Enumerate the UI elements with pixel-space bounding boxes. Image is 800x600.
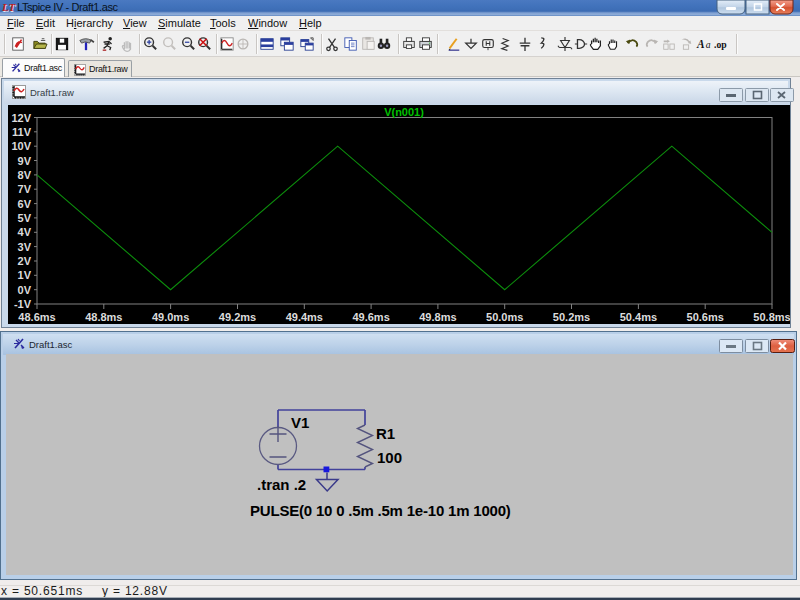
svg-text:50.4ms: 50.4ms xyxy=(620,311,657,323)
svg-text:7V: 7V xyxy=(18,183,32,195)
svg-text:1V: 1V xyxy=(18,269,32,281)
svg-text:5V: 5V xyxy=(18,212,32,224)
svg-text:50.6ms: 50.6ms xyxy=(687,311,724,323)
svg-text:49.4ms: 49.4ms xyxy=(286,311,323,323)
svg-text:R1: R1 xyxy=(376,425,395,442)
svg-text:6V: 6V xyxy=(18,198,32,210)
svg-text:2V: 2V xyxy=(18,255,32,267)
svg-text:10V: 10V xyxy=(11,140,31,152)
svg-text:.op: .op xyxy=(714,39,727,50)
svg-text:49.6ms: 49.6ms xyxy=(352,311,389,323)
svg-text:48.8ms: 48.8ms xyxy=(85,311,122,323)
svg-text:8V: 8V xyxy=(18,169,32,181)
svg-text:9V: 9V xyxy=(18,155,32,167)
svg-text:50.2ms: 50.2ms xyxy=(553,311,590,323)
svg-text:50.0ms: 50.0ms xyxy=(486,311,523,323)
svg-text:49.8ms: 49.8ms xyxy=(419,311,456,323)
svg-text:100: 100 xyxy=(377,449,402,466)
svg-text:12V: 12V xyxy=(11,112,31,124)
svg-text:A: A xyxy=(696,38,705,50)
svg-text:4V: 4V xyxy=(18,226,32,238)
svg-text:PULSE(0 10 0 .5m .5m 1e-10 1m: PULSE(0 10 0 .5m .5m 1e-10 1m 1000) xyxy=(250,502,511,519)
svg-text:49.2ms: 49.2ms xyxy=(219,311,256,323)
svg-text:49.0ms: 49.0ms xyxy=(152,311,189,323)
svg-text:3V: 3V xyxy=(18,241,32,253)
svg-text:50.8ms: 50.8ms xyxy=(753,311,790,323)
svg-text:V(n001): V(n001) xyxy=(384,106,424,118)
svg-text:.tran .2: .tran .2 xyxy=(257,476,306,493)
svg-text:48.6ms: 48.6ms xyxy=(18,311,55,323)
svg-text:-1V: -1V xyxy=(14,298,32,310)
svg-text:0V: 0V xyxy=(18,284,32,296)
svg-text:a: a xyxy=(706,39,711,50)
svg-text:V1: V1 xyxy=(291,414,309,431)
svg-text:11V: 11V xyxy=(12,126,32,138)
